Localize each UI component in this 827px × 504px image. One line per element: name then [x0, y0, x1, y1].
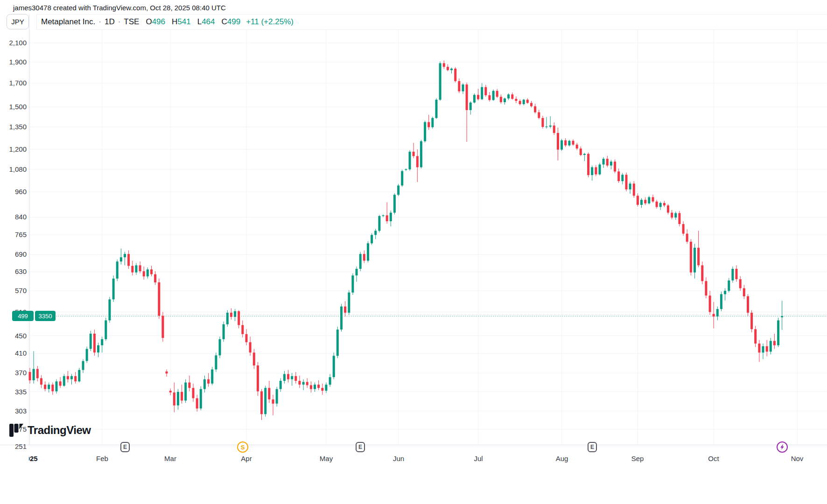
time-axis-label: Sep	[631, 455, 644, 462]
price-axis-label: 1,350	[6, 123, 27, 131]
price-axis-label: 1,200	[6, 145, 27, 153]
time-axis-label: 2025	[29, 455, 38, 462]
time-axis-label: Jun	[393, 455, 404, 462]
price-axis-label: 765	[6, 231, 27, 238]
price-axis-label: 840	[6, 213, 27, 221]
price-axis-label: 303	[6, 407, 27, 415]
price-axis-label: 570	[6, 287, 27, 294]
price-axis-label: 1,700	[6, 79, 27, 87]
price-chart[interactable]	[0, 0, 827, 504]
price-axis-label: 630	[6, 267, 27, 275]
price-axis-label: 2,100	[6, 39, 27, 47]
price-line-symbol-badge: 3350	[35, 311, 56, 321]
earnings-icon[interactable]: E	[588, 442, 597, 452]
time-axis-label: Oct	[708, 455, 719, 462]
price-axis-label: 1,500	[6, 103, 27, 111]
price-axis-label: 1,080	[6, 165, 27, 173]
tradingview-footer[interactable]: TradingView	[9, 424, 91, 437]
price-axis-label: 370	[6, 369, 27, 377]
price-axis-label: 690	[6, 250, 27, 258]
time-axis-label: Jul	[474, 455, 483, 462]
flash-event-icon[interactable]	[777, 441, 788, 453]
price-axis[interactable]: 2,1001,9001,7001,5001,3501,2001,08096084…	[0, 0, 29, 445]
price-axis-label: 1,900	[6, 58, 27, 66]
earnings-icon[interactable]: E	[356, 442, 365, 452]
time-axis-label: Feb	[96, 455, 108, 462]
split-icon[interactable]: S	[237, 441, 248, 453]
tradingview-wordmark: TradingView	[28, 424, 91, 437]
price-axis-label: 410	[6, 349, 27, 357]
price-axis-label: 335	[6, 388, 27, 396]
earnings-icon[interactable]: E	[120, 442, 130, 452]
time-axis-label: Aug	[556, 455, 568, 462]
time-axis-label: Nov	[791, 455, 804, 462]
grid-layer	[29, 29, 827, 447]
time-axis[interactable]: 2025FebMarAprMayJunJulAugSepOctNov	[29, 455, 827, 465]
candles-layer	[29, 61, 784, 420]
time-axis-label: Mar	[164, 455, 176, 462]
time-axis-label: May	[320, 455, 333, 462]
price-axis-label: 251	[6, 442, 27, 450]
price-axis-label: 960	[6, 188, 27, 196]
price-axis-label: 450	[6, 332, 27, 340]
price-line-price-badge: 499	[12, 311, 34, 321]
time-axis-label: Apr	[241, 455, 252, 462]
tradingview-logo-icon	[9, 424, 23, 437]
